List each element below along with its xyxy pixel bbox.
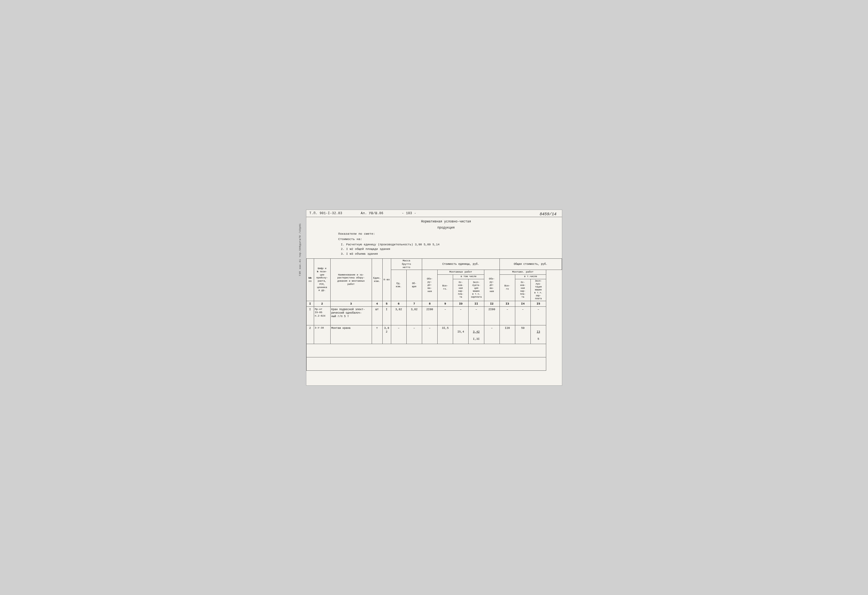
row1-mont2-osn: – — [515, 307, 530, 325]
col-header-mont-osn: Ос- нов- ная зар- пла- та — [453, 279, 469, 301]
col-header-v-tom2: в т.числе — [515, 274, 546, 279]
index-8: 8 — [422, 301, 437, 306]
row2-mont-osn-text: I5,4 — [458, 330, 464, 333]
info-item1: I. Расчетную единицу (производительность… — [341, 242, 554, 247]
col-header-obo: Обо- ру- до- ва- ния — [422, 270, 437, 301]
col-header-unit: Един. изм. — [372, 259, 382, 301]
col-header-v-tom: в том числе — [453, 274, 484, 279]
row2-num: 2 — [306, 325, 314, 344]
table-row: I Пр-нт I9-05 п.2-024 Кран подвесной эле… — [306, 307, 562, 325]
info-item3: 3. I м3 объема здания — [341, 252, 554, 256]
index-4: 4 — [372, 301, 382, 306]
side-label: 7ЭП зак.41 тир.500дата78 /43р01 — [299, 223, 301, 276]
row1-cipher: Пр-нт I9-05 п.2-024 — [314, 307, 330, 325]
index-10: IO — [453, 301, 469, 306]
row2-exp2-text2: 5 — [537, 337, 539, 340]
index-6: 6 — [391, 301, 406, 306]
row1-unit: шт — [372, 307, 382, 325]
col-header-qty: К-во — [382, 259, 391, 301]
info-block: Нормативная условно-чистая продукция Пок… — [306, 217, 562, 259]
row1-mont2-all: – — [499, 307, 515, 325]
col-header-name: Наименование и ха- рактеристика обору- д… — [330, 259, 372, 301]
col-header-exp: Эксп- луата- ция машин в т.ч. зарплата — [469, 279, 484, 301]
col-header-mont2-osn: Ос- нов- ная зар- пла- та — [515, 279, 530, 301]
row2-obo2: – — [484, 325, 499, 344]
row2-mont-osn: I5,4 — [453, 325, 469, 344]
row1-mont-all: – — [438, 307, 453, 325]
row2-exp2-text1: I3 — [537, 330, 540, 333]
row2-name: Монтаж крана — [330, 325, 372, 344]
row1-obo: 2I00 — [422, 307, 437, 325]
index-7: 7 — [406, 301, 422, 306]
index-12: I2 — [484, 301, 499, 306]
row1-obo2: 2I00 — [484, 307, 499, 325]
col-header-cipher: Шифр и № пози- ции прейску- ранта, УСН, … — [314, 259, 330, 301]
info-subtitle2: продукция — [338, 225, 554, 230]
row2-unit: т — [372, 325, 382, 344]
col-header-exp2: Эксп- луа- тация машин в т.ч. зар- плата — [531, 279, 546, 301]
col-header-mass-ed: Ед. изм. — [391, 270, 406, 301]
row2-mont-all: 3I,5 — [438, 325, 453, 344]
table-row: 2 3-У-38 Монтаж крана т 3,82 – – – 3I,5 … — [306, 325, 562, 344]
row1-mass-ed: 3,82 — [391, 307, 406, 325]
index-1: I — [306, 301, 314, 306]
main-table: №№ пп Шифр и № пози- ции прейску- ранта,… — [306, 258, 562, 371]
row2-mass-ob: – — [406, 325, 422, 344]
row2-exp2: I3 5 — [531, 325, 546, 344]
header-line: Т.П. 901-I-32.83 Ал. УШ/Ш.86 - 103 - — [306, 210, 562, 217]
row2-exp-text2: I,3I — [473, 337, 480, 340]
header-right: - 103 - — [402, 212, 416, 215]
col-header-stoimost: Стоимость единицы, руб. — [422, 259, 499, 270]
index-9: 9 — [438, 301, 453, 306]
row2-mont2-all: I20 — [499, 325, 515, 344]
doc-number: 8459/14 — [540, 212, 557, 216]
row1-qty: I — [382, 307, 391, 325]
row1-exp2: – — [531, 307, 546, 325]
row2-qty: 3,82 — [382, 325, 391, 344]
index-5: 5 — [382, 301, 391, 306]
row1-num: I — [306, 307, 314, 325]
index-13: I3 — [499, 301, 515, 306]
col-header-obo2: Обо- ру- до- ва- ния — [484, 270, 499, 301]
index-2: 2 — [314, 301, 330, 306]
col-header-mont2-all: Все- го — [499, 274, 515, 301]
row1-mass-ob: 3,82 — [406, 307, 422, 325]
row2-exp: 3,42 I,3I — [469, 325, 484, 344]
row1-mont-osn: – — [453, 307, 469, 325]
col-header-obschaya: Общая стоимость, руб. — [499, 259, 562, 270]
row2-mass-ed: – — [391, 325, 406, 344]
header-center: Ал. УШ/Ш.86 — [361, 212, 384, 215]
row2-cipher: 3-У-38 — [314, 325, 330, 344]
index-14: I4 — [515, 301, 530, 306]
col-header-massa: Масса брутто нетто — [391, 259, 422, 270]
info-sublabel: Стоимость на: — [338, 237, 554, 242]
document-page: 7ЭП зак.41 тир.500дата78 /43р01 8459/14 … — [306, 210, 562, 386]
col-header-montazh: Монтажных работ — [438, 270, 484, 274]
col-header-mont-all: Все- го. — [438, 274, 453, 301]
row2-obo: – — [422, 325, 437, 344]
index-3: 3 — [330, 301, 372, 306]
header-left: Т.П. 901-I-32.83 — [310, 212, 342, 215]
info-item2: 2. I м2 общей площади здания — [341, 247, 554, 252]
index-11: II — [469, 301, 484, 306]
col-header-mass-ob: Об- щая — [406, 270, 422, 301]
empty-row — [306, 344, 562, 357]
info-title: Нормативная условно-чистая — [338, 219, 554, 224]
row1-exp: – — [469, 307, 484, 325]
col-header-num: №№ пп — [306, 259, 314, 301]
index-15: I5 — [531, 301, 546, 306]
row1-name: Кран подвесной элект- рический однобалоч… — [330, 307, 372, 325]
col-header-montazh2: Монтажн. работ — [499, 270, 546, 274]
row2-mont2-osn: 59 — [515, 325, 530, 344]
index-row: I 2 3 4 5 6 7 8 9 IO II I2 I3 I4 I5 — [306, 301, 562, 306]
empty-row2 — [306, 357, 562, 371]
row2-exp-text1: 3,42 — [473, 330, 480, 333]
info-label: Показатели по смете: — [338, 231, 554, 236]
